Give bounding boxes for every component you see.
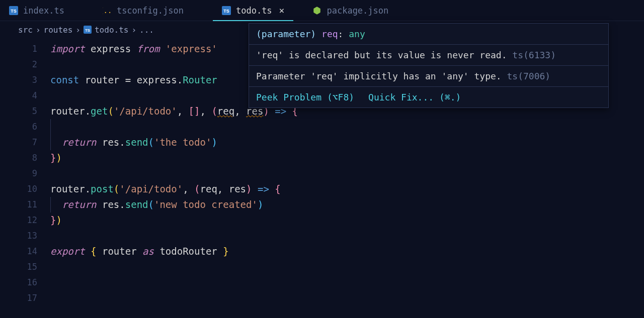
line-number: 10 [0,181,37,197]
ts-icon: TS [222,6,231,15]
code-line[interactable]: return res.send('the todo') [50,135,644,150]
tab-package-json[interactable]: package.json [303,0,397,21]
tab-label: package.json [327,6,388,16]
svg-text:TS: TS [85,28,91,33]
line-number: 17 [0,290,37,306]
line-number: 15 [0,259,37,275]
hover-signature: (parameter) req: any [249,24,608,45]
ts-icon: TS [9,6,18,15]
line-number: 1 [0,41,37,57]
hover-tooltip: (parameter) req: any 'req' is declared b… [249,23,609,108]
line-gutter: 1 2 3 4 5 6 7 8 9 10 11 12 13 14 15 16 1… [0,41,50,306]
tab-index-ts[interactable]: TS index.ts [0,0,73,21]
svg-text:{..}: {..} [103,7,112,15]
code-line[interactable] [50,259,644,275]
ts-icon: TS [84,26,92,34]
line-number: 12 [0,213,37,228]
code-line[interactable] [50,275,644,290]
code-line[interactable] [50,166,644,181]
breadcrumb-part[interactable]: src [18,25,33,35]
line-number: 7 [0,135,37,150]
line-number: 11 [0,197,37,213]
line-number: 3 [0,72,37,88]
code-line[interactable]: }) [50,150,644,166]
diagnostic-underline: req [217,105,234,117]
line-number: 5 [0,103,37,119]
hover-diagnostic: Parameter 'req' implicitly has an 'any' … [249,66,608,87]
code-line[interactable] [50,228,644,244]
svg-text:TS: TS [11,9,17,14]
line-number: 16 [0,275,37,290]
tab-tsconfig-json[interactable]: {..} tsconfig.json [94,0,193,21]
peek-problem-action[interactable]: Peek Problem (⌥F8) [256,92,354,102]
breadcrumb-part[interactable]: routes [44,25,73,35]
line-number: 2 [0,57,37,72]
code-line[interactable]: router.post('/api/todo', (req, res) => { [50,181,644,197]
tab-label: tsconfig.json [117,6,184,16]
line-number: 4 [0,88,37,103]
line-number: 13 [0,228,37,244]
node-icon [312,6,321,15]
tab-label: todo.ts [236,6,272,16]
tab-label: index.ts [23,6,64,16]
tsconfig-icon: {..} [103,6,112,15]
quick-fix-action[interactable]: Quick Fix... (⌘.) [368,92,461,102]
breadcrumb-part[interactable]: ... [139,25,154,35]
breadcrumb-part[interactable]: todo.ts [95,25,128,35]
line-number: 8 [0,150,37,166]
line-number: 14 [0,244,37,259]
close-icon[interactable]: × [279,5,285,16]
svg-text:TS: TS [223,9,229,14]
chevron-right-icon: › [75,25,80,35]
line-number: 6 [0,119,37,135]
code-line[interactable]: }) [50,213,644,228]
line-number: 9 [0,166,37,181]
hover-actions: Peek Problem (⌥F8) Quick Fix... (⌘.) [249,87,608,108]
chevron-right-icon: › [36,25,41,35]
code-line[interactable] [50,119,644,135]
code-line[interactable] [50,290,644,306]
chevron-right-icon: › [131,25,136,35]
code-line[interactable]: export { router as todoRouter } [50,244,644,259]
editor-tabs: TS index.ts {..} tsconfig.json TS todo.t… [0,0,644,21]
hover-diagnostic: 'req' is declared but its value is never… [249,45,608,66]
tab-todo-ts[interactable]: TS todo.ts × [213,0,294,21]
code-line[interactable]: return res.send('new todo created') [50,197,644,213]
